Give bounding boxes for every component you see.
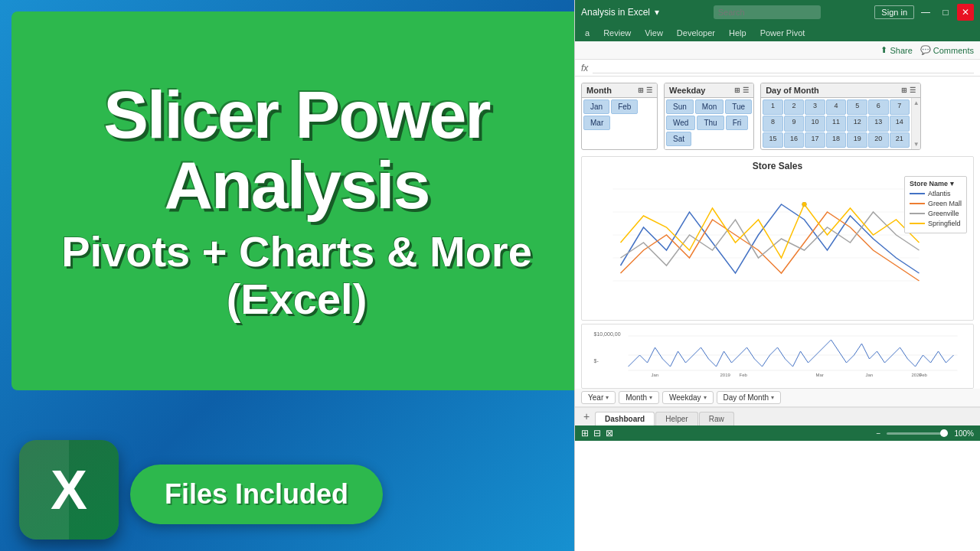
day-1[interactable]: 1 [763,99,783,115]
day-3[interactable]: 3 [805,99,825,115]
day-7[interactable]: 7 [890,99,910,115]
share-bar: ⬆ Share 💬 Comments [575,41,980,60]
month-clear-icon[interactable]: ☰ [646,86,652,94]
ribbon-tab-developer[interactable]: Developer [671,27,721,39]
ribbon-tab-file[interactable]: a [579,27,596,39]
day-19[interactable]: 19 [847,132,867,148]
chart-title: Store Sales [582,157,973,174]
month-slicer-header: Month ⊞ ☰ [582,83,657,98]
day-17[interactable]: 17 [805,132,825,148]
day-2[interactable]: 2 [784,99,805,115]
weekday-tue[interactable]: Tue [725,99,752,114]
close-button[interactable]: ✕ [957,4,974,21]
month-chip-arrow: ▾ [649,394,652,401]
day-15[interactable]: 15 [763,132,783,148]
comments-button[interactable]: 💬 Comments [920,45,974,55]
share-button[interactable]: ⬆ Share [880,45,912,55]
day-8[interactable]: 8 [763,116,783,131]
sheet-tab-dashboard[interactable]: Dashboard [595,412,655,425]
weekday-chip[interactable]: Weekday ▾ [662,391,714,404]
month-filter-icon[interactable]: ⊞ [638,86,644,94]
weekday-wed[interactable]: Wed [666,116,695,130]
zoom-thumb [940,429,948,437]
search-input[interactable] [714,5,821,19]
day-slicer-scrollbar[interactable]: ▲ ▼ [911,98,920,149]
title-dropdown-icon[interactable]: ▾ [655,7,659,18]
scroll-down-icon[interactable]: ▼ [913,141,920,148]
year-chip[interactable]: Year ▾ [581,391,616,404]
formula-input[interactable] [593,63,974,73]
bottom-timeline-chart: $10,000,00 $- Jan Feb Mar 2019 Jan Feb 2… [581,324,974,389]
zoom-slider[interactable] [887,432,948,435]
weekday-clear-icon[interactable]: ☰ [743,86,749,94]
page-break-icon[interactable]: ⊠ [606,428,613,439]
svg-text:Jan: Jan [652,373,659,377]
title-bar-left: Analysis in Excel ▾ [581,7,659,18]
year-chip-label: Year [588,393,603,402]
ribbon-tab-power-pivot[interactable]: Power Pivot [754,27,812,39]
legend-title: Store Name ▾ [910,180,962,187]
day-16[interactable]: 16 [784,132,805,148]
day-of-month-slicer-header: Day of Month ⊞ ☰ [761,83,920,98]
day-5[interactable]: 5 [847,99,867,115]
day-slicer-label: Day of Month [766,86,819,95]
day-6[interactable]: 6 [868,99,889,115]
month-jan[interactable]: Jan [583,99,609,114]
ribbon-tabs: a Review View Developer Help Power Pivot [575,24,980,41]
ribbon-tab-review[interactable]: Review [597,27,637,39]
app-title: Analysis in Excel [581,7,650,18]
page-layout-icon[interactable]: ⊟ [593,428,601,439]
day-11[interactable]: 11 [826,116,847,131]
sign-in-button[interactable]: Sign in [874,5,914,19]
weekday-chip-arrow: ▾ [704,394,707,401]
day-of-month-slicer: Day of Month ⊞ ☰ 1 2 3 4 5 6 7 [760,83,921,150]
day-12[interactable]: 12 [847,116,867,131]
day-4[interactable]: 4 [826,99,847,115]
weekday-mon[interactable]: Mon [695,99,724,114]
weekday-thu[interactable]: Thu [697,116,724,130]
day-filter-icon[interactable]: ⊞ [901,86,907,94]
restore-button[interactable]: □ [937,4,954,21]
files-included-badge[interactable]: Files Included [130,465,383,524]
excel-logo-background: X [19,440,119,540]
day-13[interactable]: 13 [868,116,889,131]
weekday-sun[interactable]: Sun [666,99,694,114]
weekday-filter-icon[interactable]: ⊞ [734,86,740,94]
legend-atlantis: Atlantis [910,190,962,197]
weekday-sat[interactable]: Sat [666,132,691,146]
atlantis-color [910,193,925,194]
scroll-up-icon[interactable]: ▲ [913,99,920,106]
sheet-tab-raw[interactable]: Raw [699,412,734,425]
ribbon-tab-view[interactable]: View [639,27,669,39]
sheet-tab-helper[interactable]: Helper [655,412,697,425]
month-chip[interactable]: Month ▾ [619,391,659,404]
weekday-fri[interactable]: Fri [726,116,749,130]
legend-springfield: Springfield [910,220,962,227]
weekday-slicer-label: Weekday [669,86,706,95]
zoom-minus-icon[interactable]: − [877,429,881,438]
day-20[interactable]: 20 [868,132,889,148]
day-14[interactable]: 14 [890,116,910,131]
day-18[interactable]: 18 [826,132,847,148]
formula-icon: fx [581,63,588,73]
grid-view-icon[interactable]: ⊞ [581,428,589,439]
month-slicer-label: Month [586,86,612,95]
minimize-button[interactable]: — [917,4,934,21]
day-of-month-chip[interactable]: Day of Month ▾ [717,391,781,404]
ribbon-tab-help[interactable]: Help [723,27,753,39]
add-sheet-button[interactable]: + [579,409,594,424]
timeline-bar: Year ▾ Month ▾ Weekday ▾ Day of Month ▾ [575,389,980,407]
month-mar[interactable]: Mar [583,116,610,130]
springfield-label: Springfield [928,220,961,227]
day-21[interactable]: 21 [890,132,910,148]
svg-text:2020: 2020 [912,373,923,377]
day-9[interactable]: 9 [784,116,805,131]
month-feb[interactable]: Feb [611,99,638,114]
green-mall-label: Green Mall [928,200,962,207]
day-clear-icon[interactable]: ☰ [910,86,916,94]
store-sales-chart: Store Sales [581,156,974,321]
month-chip-label: Month [626,393,647,402]
excel-content: Month ⊞ ☰ Jan Feb Mar [575,77,980,551]
weekday-slicer: Weekday ⊞ ☰ Sun Mon Tue Wed Thu [664,83,754,150]
day-10[interactable]: 10 [805,116,825,131]
